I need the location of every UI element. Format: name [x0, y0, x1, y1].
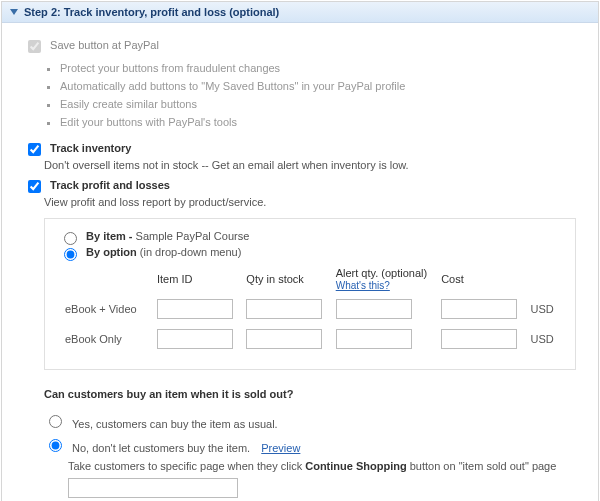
item-id-input[interactable]	[157, 299, 233, 319]
alert-qty-input[interactable]	[336, 299, 412, 319]
by-item-example: Sample PayPal Course	[133, 230, 250, 242]
track-pl-checkbox[interactable]	[28, 180, 41, 193]
item-id-input[interactable]	[157, 329, 233, 349]
track-inventory-checkbox[interactable]	[28, 143, 41, 156]
currency-label: USD	[527, 295, 560, 323]
col-alert: Alert qty. (optional)	[336, 267, 431, 279]
by-option-label: By option	[86, 246, 137, 258]
track-pl-label: Track profit and losses	[50, 179, 170, 191]
col-qty: Qty in stock	[242, 265, 329, 293]
tracking-options-box: By item - Sample PayPal Course By option…	[44, 218, 576, 370]
soldout-yes-label: Yes, customers can buy the item as usual…	[72, 418, 278, 430]
benefit-item: Easily create similar buttons	[60, 98, 576, 110]
cost-input[interactable]	[441, 329, 517, 349]
track-inventory-desc: Don't oversell items not in stock -- Get…	[44, 159, 576, 171]
col-item-id: Item ID	[153, 265, 240, 293]
benefit-item: Protect your buttons from fraudulent cha…	[60, 62, 576, 74]
soldout-url-input[interactable]	[68, 478, 238, 498]
soldout-redirect-text: Take customers to specific page when the…	[68, 460, 576, 472]
step2-header[interactable]: Step 2: Track inventory, profit and loss…	[2, 2, 598, 23]
track-inventory-label: Track inventory	[50, 142, 131, 154]
save-benefits-list: Protect your buttons from fraudulent cha…	[60, 62, 576, 128]
cost-input[interactable]	[441, 299, 517, 319]
step2-title: Step 2: Track inventory, profit and loss…	[24, 6, 279, 18]
inventory-table: Item ID Qty in stock Alert qty. (optiona…	[59, 263, 561, 355]
soldout-no-radio[interactable]	[49, 439, 62, 452]
redirect-pre: Take customers to specific page when the…	[68, 460, 305, 472]
save-at-paypal-label: Save button at PayPal	[50, 39, 159, 51]
save-at-paypal-row: Save button at PayPal	[24, 37, 576, 56]
row-name: eBook Only	[61, 325, 151, 353]
table-row: eBook + Video USD	[61, 295, 559, 323]
currency-label: USD	[527, 325, 560, 353]
save-at-paypal-checkbox	[28, 40, 41, 53]
table-row: eBook Only USD	[61, 325, 559, 353]
qty-input[interactable]	[246, 329, 322, 349]
track-pl-row: Track profit and losses	[24, 177, 576, 196]
continue-shopping-bold: Continue Shopping	[305, 460, 406, 472]
by-option-radio[interactable]	[64, 248, 77, 261]
row-name: eBook + Video	[61, 295, 151, 323]
benefit-item: Edit your buttons with PayPal's tools	[60, 116, 576, 128]
by-item-radio[interactable]	[64, 232, 77, 245]
collapse-icon	[10, 9, 18, 15]
soldout-yes-radio[interactable]	[49, 415, 62, 428]
redirect-post: button on "item sold out" page	[407, 460, 557, 472]
by-option-hint: (in drop-down menu)	[137, 246, 242, 258]
soldout-no-row: No, don't let customers buy the item. Pr…	[44, 436, 576, 454]
by-option-row: By option (in drop-down menu)	[59, 245, 561, 261]
benefit-item: Automatically add buttons to "My Saved B…	[60, 80, 576, 92]
alert-qty-input[interactable]	[336, 329, 412, 349]
track-pl-desc: View profit and loss report by product/s…	[44, 196, 576, 208]
by-item-label: By item -	[86, 230, 132, 242]
qty-input[interactable]	[246, 299, 322, 319]
preview-link[interactable]: Preview	[261, 442, 300, 454]
track-inventory-row: Track inventory	[24, 140, 576, 159]
soldout-no-label: No, don't let customers buy the item.	[72, 442, 250, 454]
by-item-row: By item - Sample PayPal Course	[59, 229, 561, 245]
soldout-question: Can customers buy an item when it is sol…	[44, 388, 576, 400]
col-cost: Cost	[437, 265, 524, 293]
soldout-yes-row: Yes, customers can buy the item as usual…	[44, 412, 576, 430]
whats-this-link[interactable]: What's this?	[336, 280, 390, 291]
